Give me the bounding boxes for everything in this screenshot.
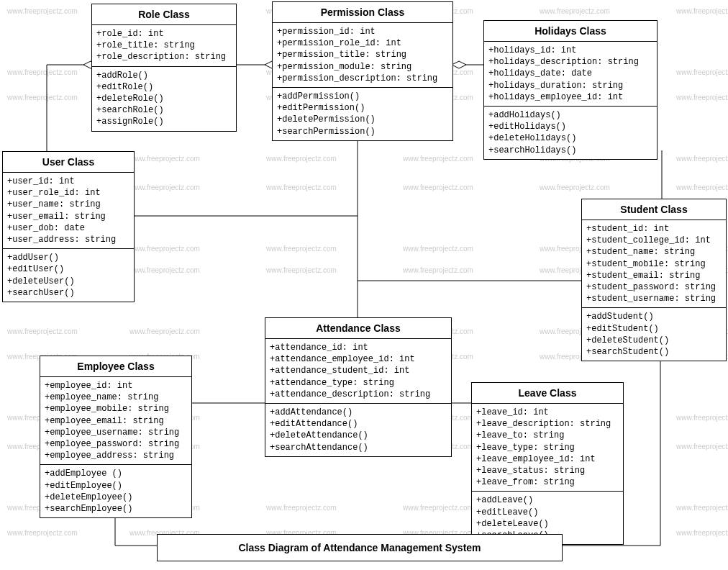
class-methods: +addStudent() +editStudent() +deleteStud… xyxy=(582,308,726,361)
watermark-text: www.freeprojectz.com xyxy=(7,529,78,537)
attr: +student_name: string xyxy=(586,246,722,258)
method: +editRole() xyxy=(96,81,232,93)
watermark-text: www.freeprojectz.com xyxy=(129,155,200,163)
watermark-text: www.freeprojectz.com xyxy=(403,504,473,512)
method: +addAttendance() xyxy=(270,407,447,418)
watermark-text: www.freeprojectz.com xyxy=(7,94,78,101)
class-title: Holidays Class xyxy=(484,21,657,42)
class-attrs: +student_id: int +student_college_id: in… xyxy=(582,220,726,308)
class-title: User Class xyxy=(3,152,134,173)
class-methods: +addAttendance() +editAttendance() +dele… xyxy=(265,404,451,456)
attr: +attendance_type: string xyxy=(270,377,447,389)
attr: +attendance_employee_id: int xyxy=(270,353,447,365)
attr: +attendance_description: string xyxy=(270,389,447,400)
watermark-text: www.freeprojectz.com xyxy=(676,68,728,76)
watermark-text: www.freeprojectz.com xyxy=(266,245,337,253)
class-attrs: +attendance_id: int +attendance_employee… xyxy=(265,339,451,404)
class-methods: +addPermission() +editPermission() +dele… xyxy=(273,88,452,140)
method: +searchUser() xyxy=(7,287,129,299)
watermark-text: www.freeprojectz.com xyxy=(129,266,200,274)
method: +addStudent() xyxy=(586,311,722,322)
attr: +holidays_description: string xyxy=(488,56,652,68)
class-holidays: Holidays Class +holidays_id: int +holida… xyxy=(483,20,658,160)
attr: +leave_from: string xyxy=(476,476,619,488)
watermark-text: www.freeprojectz.com xyxy=(676,443,728,451)
method: +editPermission() xyxy=(277,102,448,114)
method: +addRole() xyxy=(96,70,232,81)
class-attendance: Attendance Class +attendance_id: int +at… xyxy=(265,317,452,457)
watermark-text: www.freeprojectz.com xyxy=(403,266,473,274)
watermark-text: www.freeprojectz.com xyxy=(129,184,200,191)
class-methods: +addRole() +editRole() +deleteRole() +se… xyxy=(92,67,236,131)
attr: +leave_status: string xyxy=(476,465,619,476)
class-attrs: +user_id: int +user_role_id: int +user_n… xyxy=(3,173,134,249)
watermark-text: www.freeprojectz.com xyxy=(540,7,610,15)
attr: +role_id: int xyxy=(96,28,232,40)
class-methods: +addEmployee () +editEmployee() +deleteE… xyxy=(40,465,191,517)
method: +editUser() xyxy=(7,263,129,275)
method: +deleteRole() xyxy=(96,93,232,104)
watermark-text: www.freeprojectz.com xyxy=(266,266,337,274)
method: +addPermission() xyxy=(277,91,448,102)
watermark-text: www.freeprojectz.com xyxy=(7,327,78,335)
method: +addHolidays() xyxy=(488,109,652,121)
method: +addUser() xyxy=(7,252,129,263)
method: +searchRole() xyxy=(96,104,232,116)
class-methods: +addHolidays() +editHolidays() +deleteHo… xyxy=(484,107,657,159)
class-title: Role Class xyxy=(92,4,236,25)
class-attrs: +permission_id: int +permission_role_id:… xyxy=(273,23,452,88)
attr: +user_name: string xyxy=(7,199,129,210)
watermark-text: www.freeprojectz.com xyxy=(129,245,200,253)
method: +editEmployee() xyxy=(45,480,187,492)
svg-marker-3 xyxy=(452,61,466,68)
attr: +employee_id: int xyxy=(45,380,187,392)
attr: +permission_id: int xyxy=(277,26,448,37)
watermark-text: www.freeprojectz.com xyxy=(676,155,728,163)
attr: +leave_description: string xyxy=(476,418,619,430)
watermark-text: www.freeprojectz.com xyxy=(403,184,473,191)
class-title: Employee Class xyxy=(40,356,191,377)
watermark-text: www.freeprojectz.com xyxy=(7,7,78,15)
method: +searchStudent() xyxy=(586,346,722,358)
watermark-text: www.freeprojectz.com xyxy=(266,504,337,512)
method: +editLeave() xyxy=(476,507,619,518)
attr: +holidays_duration: string xyxy=(488,80,652,91)
method: +searchAttendance() xyxy=(270,442,447,453)
attr: +permission_role_id: int xyxy=(277,37,448,49)
watermark-text: www.freeprojectz.com xyxy=(129,327,200,335)
attr: +user_id: int xyxy=(7,176,129,187)
attr: +student_college_id: int xyxy=(586,235,722,246)
class-attrs: +role_id: int +role_title: string +role_… xyxy=(92,25,236,67)
class-permission: Permission Class +permission_id: int +pe… xyxy=(272,1,453,141)
attr: +holidays_employee_id: int xyxy=(488,91,652,103)
watermark-text: www.freeprojectz.com xyxy=(403,245,473,253)
class-title: Permission Class xyxy=(273,2,452,23)
watermark-text: www.freeprojectz.com xyxy=(7,68,78,76)
attr: +leave_employee_id: int xyxy=(476,453,619,465)
method: +deleteEmployee() xyxy=(45,492,187,503)
class-leave: Leave Class +leave_id: int +leave_descri… xyxy=(471,382,624,545)
watermark-text: www.freeprojectz.com xyxy=(676,414,728,422)
class-title: Attendance Class xyxy=(265,318,451,339)
watermark-text: www.freeprojectz.com xyxy=(676,529,728,537)
method: +editHolidays() xyxy=(488,121,652,132)
method: +deletePermission() xyxy=(277,114,448,125)
watermark-text: www.freeprojectz.com xyxy=(676,184,728,191)
attr: +student_password: string xyxy=(586,281,722,293)
method: +deleteHolidays() xyxy=(488,132,652,144)
attr: +holidays_date: date xyxy=(488,68,652,79)
watermark-text: www.freeprojectz.com xyxy=(266,155,337,163)
class-role: Role Class +role_id: int +role_title: st… xyxy=(91,4,237,132)
attr: +student_mobile: string xyxy=(586,258,722,270)
diagram-title-box: Class Diagram of Attendance Management S… xyxy=(157,534,563,561)
attr: +leave_type: string xyxy=(476,442,619,453)
attr: +employee_password: string xyxy=(45,438,187,450)
method: +deleteAttendance() xyxy=(270,430,447,441)
watermark-text: www.freeprojectz.com xyxy=(676,7,728,15)
watermark-text: www.freeprojectz.com xyxy=(266,184,337,191)
method: +editAttendance() xyxy=(270,418,447,430)
class-employee: Employee Class +employee_id: int +employ… xyxy=(40,356,192,518)
attr: +permission_title: string xyxy=(277,49,448,60)
attr: +employee_username: string xyxy=(45,427,187,438)
class-title: Student Class xyxy=(582,199,726,220)
